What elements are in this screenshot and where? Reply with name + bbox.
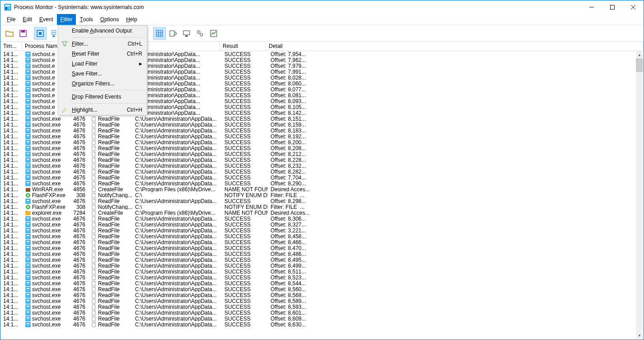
cell-time: 14:1... xyxy=(0,227,22,233)
event-row[interactable]: 14:1...svchost.exe4676ReadFileC:\Users\A… xyxy=(0,145,636,151)
event-row[interactable]: 14:1...svchost.exe4676ReadFileC:\Users\A… xyxy=(0,245,636,251)
svg-rect-65 xyxy=(26,146,30,151)
cell-process: svchost.exe xyxy=(22,169,72,175)
event-row[interactable]: 14:1...svchost.exe4676ReadFileC:\Users\A… xyxy=(0,227,636,233)
menu-item-drop-filtered-events[interactable]: Drop Filtered Events xyxy=(58,92,147,102)
event-row[interactable]: 14:1...svchost.exe4676ReadFileC:\Users\A… xyxy=(0,321,636,327)
svg-rect-96 xyxy=(92,205,95,209)
event-row[interactable]: 14:1...svchost.exe4676ReadFileC:\Users\A… xyxy=(0,310,636,316)
event-row[interactable]: 14:1...svchost.exe4676ReadFileC:\Users\A… xyxy=(0,133,636,139)
event-row[interactable]: 14:1...svchost.exe4676ReadFileC:\Users\A… xyxy=(0,257,636,263)
operation-icon xyxy=(91,245,97,251)
cell-process: svchost.exe xyxy=(22,316,72,321)
show-filesystem-button[interactable] xyxy=(167,27,179,40)
open-button[interactable] xyxy=(3,27,16,40)
cell-result: SUCCESS xyxy=(222,274,268,280)
show-network-button[interactable] xyxy=(180,27,193,40)
event-row[interactable]: 14:1...svchost.exe4676ReadFileC:\Users\A… xyxy=(0,292,636,298)
event-row[interactable]: 14:1...FlashFXP.exe308NotifyChang...C:\N… xyxy=(0,204,636,210)
filter-icon xyxy=(61,40,68,47)
menu-item-highlight-[interactable]: Highlight...Ctrl+H xyxy=(58,105,147,115)
cell-operation: ReadFile xyxy=(88,321,132,327)
scroll-down-button[interactable]: ▼ xyxy=(636,332,643,339)
event-row[interactable]: 14:1...svchost.exe4676ReadFileC:\Users\A… xyxy=(0,198,636,204)
menu-filter[interactable]: Filter xyxy=(57,14,76,25)
menu-item-organize-filters-[interactable]: Organize Filters... xyxy=(58,79,147,89)
menu-edit[interactable]: Edit xyxy=(19,14,36,25)
process-icon xyxy=(25,139,31,145)
svg-rect-85 xyxy=(92,181,95,186)
event-row[interactable]: 14:1...svchost.exe4676ReadFileC:\Users\A… xyxy=(0,239,636,245)
process-icon xyxy=(25,222,31,227)
event-row[interactable]: 14:1...svchost.exe4676ReadFileC:\Users\A… xyxy=(0,175,636,180)
vertical-scrollbar[interactable]: ▲ ▼ xyxy=(636,51,643,339)
menu-item-save-filter-[interactable]: Save Filter... xyxy=(58,69,147,79)
event-row[interactable]: 14:1...svchost.exe4676ReadFileC:\Users\A… xyxy=(0,151,636,157)
event-row[interactable]: 14:1...svchost.exe4676ReadFileC:\Users\A… xyxy=(0,280,636,286)
event-row[interactable]: 14:1...svchost.exe4676ReadFileC:\Users\A… xyxy=(0,316,636,321)
event-row[interactable]: 14:1...WinRAR.exe4856CreateFileC:\Progra… xyxy=(0,186,636,192)
cell-pid: 4676 xyxy=(72,128,88,133)
process-icon xyxy=(25,192,31,198)
menu-item-load-filter[interactable]: Load Filter▶ xyxy=(58,59,147,69)
scroll-thumb[interactable] xyxy=(636,58,643,72)
menu-help[interactable]: Help xyxy=(122,14,141,25)
event-row[interactable]: 14:1...svchost.exe4676ReadFileC:\Users\A… xyxy=(0,128,636,133)
svg-rect-126 xyxy=(92,264,95,268)
event-row[interactable]: 14:1...svchost.exe4676ReadFileC:\Users\A… xyxy=(0,216,636,222)
cell-process: svchost.exe xyxy=(22,239,72,245)
svg-rect-111 xyxy=(92,234,95,239)
cell-path: C:\Users\Administrator\AppData... xyxy=(132,310,222,316)
cell-path: C:\Users\Administrator\AppData... xyxy=(132,116,222,122)
header-time[interactable]: Tim... xyxy=(0,42,22,51)
event-row[interactable]: 14:1...svchost.exe4676ReadFileC:\Users\A… xyxy=(0,222,636,227)
svg-rect-103 xyxy=(26,222,30,227)
event-row[interactable]: 14:1...svchost.exe4676ReadFileC:\Users\A… xyxy=(0,274,636,280)
menu-tools[interactable]: Tools xyxy=(76,14,96,25)
event-row[interactable]: 14:1...svchost.exe4676ReadFileC:\Users\A… xyxy=(0,251,636,257)
event-row[interactable]: 14:1...svchost.exe4676ReadFileC:\Users\A… xyxy=(0,286,636,292)
event-row[interactable]: 14:1...svchost.exe4676ReadFileC:\Users\A… xyxy=(0,169,636,175)
event-row[interactable]: 14:1...svchost.exe4676ReadFileC:\Users\A… xyxy=(0,263,636,269)
minimize-button[interactable] xyxy=(581,0,602,14)
header-result[interactable]: Result xyxy=(220,42,266,51)
show-registry-button[interactable] xyxy=(153,27,166,40)
event-row[interactable]: 14:1...svchost.exe4676ReadFileC:\Users\A… xyxy=(0,122,636,128)
save-button[interactable] xyxy=(17,27,29,40)
event-row[interactable]: 14:1...svchost.exe4676ReadFileC:\Users\A… xyxy=(0,157,636,163)
menu-event[interactable]: Event xyxy=(36,14,57,25)
menu-file[interactable]: File xyxy=(3,14,19,25)
event-row[interactable]: 14:1...svchost.exe4676ReadFileC:\Users\A… xyxy=(0,298,636,304)
cell-operation: ReadFile xyxy=(88,316,132,321)
event-row[interactable]: 14:1...FlashFXP.exe308NotifyChang...C:\N… xyxy=(0,192,636,198)
svg-rect-1 xyxy=(5,5,10,6)
close-button[interactable] xyxy=(623,0,644,14)
event-row[interactable]: 14:1...svchost.exe4676ReadFileC:\Users\A… xyxy=(0,139,636,145)
header-detail[interactable]: Detail xyxy=(266,42,644,51)
cell-time: 14:1... xyxy=(0,186,22,192)
cell-process: svchost.exe xyxy=(22,280,72,286)
operation-icon xyxy=(91,298,97,304)
event-row[interactable]: 14:1...svchost.exe4676ReadFileC:\Users\A… xyxy=(0,304,636,310)
cell-operation: ReadFile xyxy=(88,239,132,245)
event-row[interactable]: 14:1...svchost.exe4676ReadFileC:\Users\A… xyxy=(0,269,636,274)
event-row[interactable]: 14:1...svchost.exe4676ReadFileC:\Users\A… xyxy=(0,180,636,186)
menu-item-filter-[interactable]: Filter...Ctrl+L xyxy=(58,39,147,49)
event-row[interactable]: 14:1...svchost.exe4676ReadFileC:\Users\A… xyxy=(0,163,636,169)
menu-item-reset-filter[interactable]: Reset FilterCtrl+R xyxy=(58,49,147,59)
menu-options[interactable]: Options xyxy=(97,14,122,25)
cell-time: 14:1... xyxy=(0,51,22,57)
event-row[interactable]: 14:1...svchost.exe4676ReadFileC:\Users\A… xyxy=(0,116,636,122)
filter-menu: Enable Advanced OutputFilter...Ctrl+LRes… xyxy=(58,25,147,115)
cell-pid: 4856 xyxy=(72,186,88,192)
capture-button[interactable] xyxy=(34,27,47,40)
cell-time: 14:1... xyxy=(0,139,22,145)
show-profiling-button[interactable] xyxy=(207,27,220,40)
maximize-button[interactable] xyxy=(602,0,623,14)
show-process-button[interactable] xyxy=(194,27,206,40)
menu-item-enable-advanced-output[interactable]: Enable Advanced Output xyxy=(58,26,147,36)
scroll-up-button[interactable]: ▲ xyxy=(636,51,643,58)
svg-rect-133 xyxy=(26,281,30,286)
event-row[interactable]: 14:1...explorer.exe7284CreateFileC:\Prog… xyxy=(0,210,636,216)
event-row[interactable]: 14:1...svchost.exe4676ReadFileC:\Users\A… xyxy=(0,233,636,239)
